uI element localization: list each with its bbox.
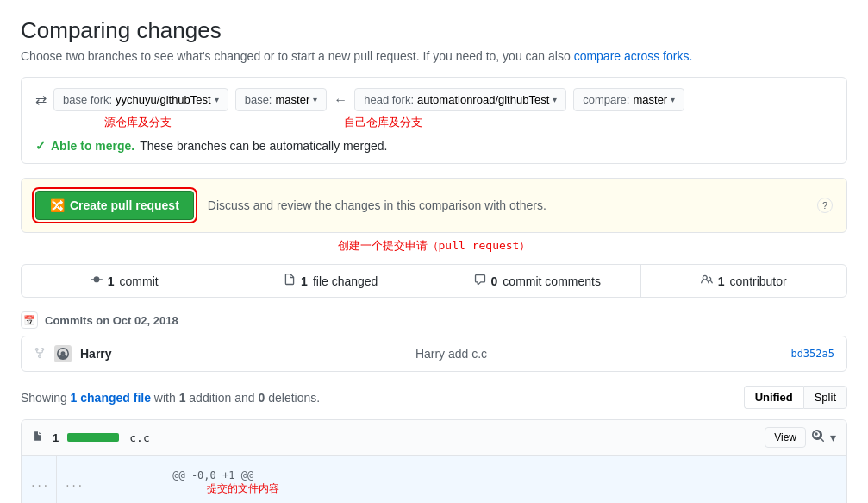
commit-label: commit bbox=[120, 274, 159, 288]
branch-selector-bar: ⇄ base fork: yychuyu/githubTest ▾ base: … bbox=[21, 77, 847, 164]
base-value: master bbox=[275, 93, 309, 106]
base-fork-selector[interactable]: base fork: yychuyu/githubTest ▾ bbox=[53, 88, 228, 111]
base-caret: ▾ bbox=[313, 95, 317, 104]
unified-button[interactable]: Unified bbox=[744, 386, 803, 409]
compare-caret: ▾ bbox=[671, 95, 675, 104]
compare-value: master bbox=[633, 93, 667, 106]
compare-label: compare: bbox=[583, 93, 629, 106]
hunk-old-num: ... bbox=[22, 456, 56, 503]
pr-btn-icon: 🔀 bbox=[50, 198, 65, 212]
file-count: 1 bbox=[301, 274, 308, 288]
avatar bbox=[54, 345, 72, 362]
files-changed-header: Showing 1 changed file with 1 addition a… bbox=[21, 386, 847, 409]
comment-label: commit comments bbox=[503, 274, 601, 288]
left-arrow-icon: ← bbox=[334, 92, 347, 108]
diff-view-buttons: Unified Split bbox=[744, 386, 847, 409]
annotation-source: 源仓库及分支 bbox=[104, 115, 172, 130]
file-label: file changed bbox=[313, 274, 378, 288]
commits-section: 📅 Commits on Oct 02, 2018 Harry Harry ad… bbox=[21, 311, 847, 372]
commit-branch-icon bbox=[34, 347, 46, 362]
merge-description: These branches can be automatically merg… bbox=[140, 139, 387, 153]
file-actions: View ▾ bbox=[765, 427, 836, 448]
compare-selector[interactable]: compare: master ▾ bbox=[573, 88, 684, 111]
branch-row: ⇄ base fork: yychuyu/githubTest ▾ base: … bbox=[35, 88, 833, 111]
commit-stat-icon bbox=[91, 274, 103, 288]
contributor-count: 1 bbox=[718, 274, 725, 288]
head-fork-label: head fork: bbox=[364, 93, 414, 106]
expand-icon[interactable]: ▾ bbox=[830, 431, 836, 444]
stats-row: 1 commit 1 file changed 0 commit comment… bbox=[22, 265, 846, 297]
file-name: c.c bbox=[129, 431, 149, 444]
file-green-bar bbox=[67, 431, 121, 444]
hunk-new-num: ... bbox=[56, 456, 91, 503]
create-pr-section: 🔀 Create pull request Discuss and review… bbox=[21, 178, 847, 233]
files-header-text: Showing 1 changed file with 1 addition a… bbox=[21, 391, 320, 405]
changed-file-link[interactable]: 1 changed file bbox=[71, 391, 151, 405]
annotations-row: 源仓库及分支 自己仓库及分支 bbox=[35, 111, 833, 130]
merge-status: ✓ Able to merge. These branches can be a… bbox=[35, 139, 833, 153]
pr-description: Discuss and review the changes in this c… bbox=[208, 198, 803, 212]
check-icon: ✓ bbox=[35, 139, 46, 153]
file-icon bbox=[32, 431, 44, 445]
stat-comments: 0 commit comments bbox=[434, 265, 641, 297]
create-pr-annotation: 创建一个提交申请（pull request） bbox=[338, 239, 531, 252]
pr-btn-label: Create pull request bbox=[70, 198, 179, 212]
hunk-header-cell: @@ -0,0 +1 @@ 提交的文件内容 bbox=[91, 456, 846, 503]
commit-date-text: Commits on Oct 02, 2018 bbox=[45, 314, 178, 327]
commit-author: Harry bbox=[80, 347, 112, 361]
sync-icon: ⇄ bbox=[35, 91, 47, 108]
base-selector[interactable]: base: master ▾ bbox=[235, 88, 328, 111]
contributor-stat-icon bbox=[701, 274, 713, 288]
file-stat-icon bbox=[284, 274, 296, 288]
stat-commits: 1 commit bbox=[22, 265, 228, 297]
base-fork-label: base fork: bbox=[63, 93, 112, 106]
stat-files: 1 file changed bbox=[228, 265, 435, 297]
head-fork-caret: ▾ bbox=[553, 95, 557, 104]
create-pull-request-button[interactable]: 🔀 Create pull request bbox=[35, 191, 194, 220]
base-label: base: bbox=[245, 93, 272, 106]
hunk-annotation: 提交的文件内容 bbox=[207, 482, 279, 494]
commit-count: 1 bbox=[108, 274, 115, 288]
help-icon[interactable]: ? bbox=[817, 198, 833, 213]
diff-table: ... ... @@ -0,0 +1 @@ 提交的文件内容 1 + This f… bbox=[22, 456, 846, 503]
annotation-own: 自己仓库及分支 bbox=[344, 115, 422, 130]
file-diff: 1 c.c View ▾ ... ... @@ -0,0 +1 @@ 提交的文件… bbox=[21, 419, 847, 503]
commit-date-header: 📅 Commits on Oct 02, 2018 bbox=[21, 311, 847, 329]
commit-message: Harry add c.c bbox=[121, 347, 783, 361]
base-fork-value: yychuyu/githubTest bbox=[116, 93, 211, 106]
head-fork-selector[interactable]: head fork: automationroad/githubTest ▾ bbox=[354, 88, 566, 111]
stats-bar: 1 commit 1 file changed 0 commit comment… bbox=[21, 264, 847, 298]
calendar-icon: 📅 bbox=[21, 311, 38, 329]
monitor-icon[interactable] bbox=[811, 429, 825, 446]
compare-forks-link[interactable]: compare across forks. bbox=[574, 49, 693, 63]
file-num: 1 bbox=[53, 431, 59, 444]
merge-able-text: Able to merge. bbox=[51, 139, 134, 153]
split-button[interactable]: Split bbox=[803, 386, 847, 409]
stat-contributors: 1 contributor bbox=[641, 265, 847, 297]
contributor-label: contributor bbox=[730, 274, 787, 288]
file-diff-header: 1 c.c View ▾ bbox=[22, 420, 846, 456]
base-fork-caret: ▾ bbox=[215, 95, 219, 104]
comment-stat-icon bbox=[474, 274, 486, 288]
view-button[interactable]: View bbox=[765, 427, 806, 448]
head-fork-value: automationroad/githubTest bbox=[417, 93, 549, 106]
diff-hunk-row: ... ... @@ -0,0 +1 @@ 提交的文件内容 bbox=[22, 456, 846, 503]
commit-row: Harry Harry add c.c bd352a5 bbox=[21, 336, 847, 372]
commit-sha[interactable]: bd352a5 bbox=[790, 348, 834, 360]
page-subtitle: Choose two branches to see what's change… bbox=[21, 49, 847, 63]
page-title: Comparing changes bbox=[21, 17, 847, 44]
comment-count: 0 bbox=[491, 274, 498, 288]
